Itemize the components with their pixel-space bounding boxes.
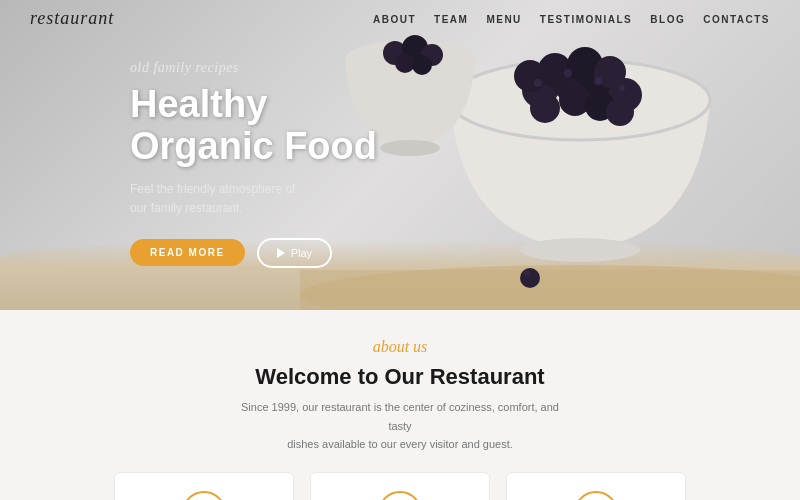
hero-section: old family recipes Healthy Organic Food …: [0, 0, 800, 310]
nav-links: About Team Menu Testimonials Blog Contac…: [373, 9, 770, 27]
nav-item-about[interactable]: About: [373, 9, 416, 27]
hero-illustration: [0, 0, 800, 310]
svg-point-20: [619, 85, 625, 91]
play-button[interactable]: Play: [257, 238, 332, 268]
hero-subtitle: old family recipes: [130, 60, 377, 76]
nav-item-menu[interactable]: Menu: [486, 9, 521, 27]
about-title: Welcome to Our Restaurant: [20, 364, 780, 390]
about-label: about us: [20, 338, 780, 356]
hero-description: Feel the friendly atmosphere ofour famil…: [130, 180, 330, 218]
feature-cards: Ingredients Techniques: [20, 472, 780, 500]
navbar: restaurant About Team Menu Testimonials …: [0, 0, 800, 36]
ingredients-icon: [182, 491, 226, 500]
svg-point-19: [594, 77, 602, 85]
play-icon: [277, 248, 285, 258]
svg-point-26: [395, 53, 415, 73]
svg-point-12: [514, 60, 546, 92]
svg-rect-1: [300, 270, 800, 310]
svg-point-27: [412, 55, 432, 75]
card-techniques[interactable]: Techniques: [310, 472, 490, 500]
nav-item-testimonials[interactable]: Testimonials: [540, 9, 632, 27]
card-ingredients[interactable]: Ingredients: [114, 472, 294, 500]
hero-buttons: Read More Play: [130, 238, 377, 268]
nav-item-blog[interactable]: Blog: [650, 9, 685, 27]
svg-point-3: [520, 238, 640, 262]
svg-point-16: [606, 98, 634, 126]
nav-item-team[interactable]: Team: [434, 9, 468, 27]
techniques-icon: [378, 491, 422, 500]
svg-point-28: [520, 268, 540, 288]
card-community[interactable]: Community: [506, 472, 686, 500]
svg-point-22: [380, 140, 440, 156]
nav-item-contacts[interactable]: Contacts: [703, 9, 770, 27]
hero-content: old family recipes Healthy Organic Food …: [130, 60, 377, 268]
svg-point-17: [534, 79, 542, 87]
svg-point-13: [530, 93, 560, 123]
community-icon: [574, 491, 618, 500]
svg-point-29: [524, 270, 530, 276]
about-section: about us Welcome to Our Restaurant Since…: [0, 310, 800, 500]
about-description: Since 1999, our restaurant is the center…: [240, 398, 560, 454]
hero-title: Healthy Organic Food: [130, 84, 377, 168]
read-more-button[interactable]: Read More: [130, 239, 245, 266]
svg-point-18: [564, 69, 572, 77]
site-logo[interactable]: restaurant: [30, 8, 114, 29]
